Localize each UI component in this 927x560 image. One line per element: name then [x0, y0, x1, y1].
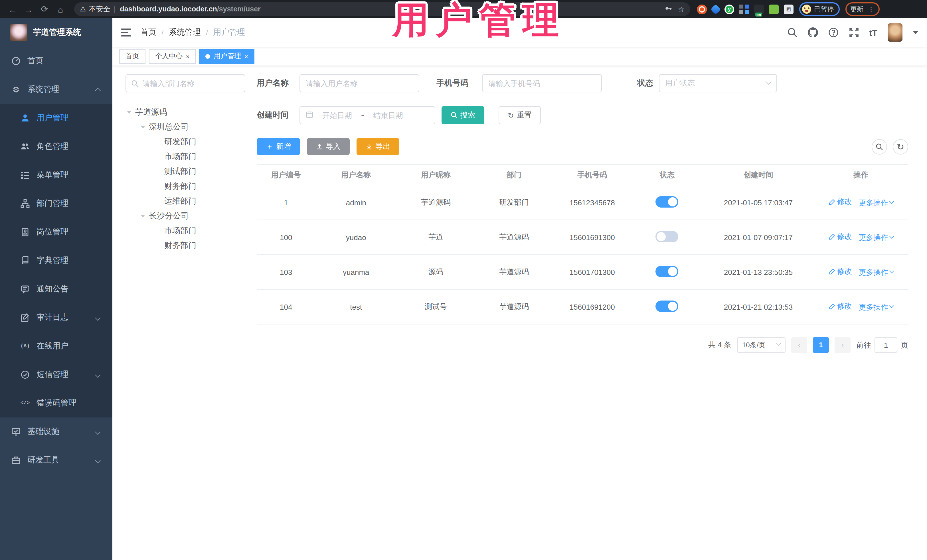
end-date-input[interactable]: [368, 111, 409, 120]
mobile-input[interactable]: [488, 79, 596, 88]
mobile-field[interactable]: [482, 74, 602, 93]
extension-grid-icon[interactable]: [739, 4, 749, 14]
sidebar-item-dev-tools[interactable]: 研发工具: [0, 446, 112, 475]
username-field[interactable]: [299, 74, 419, 93]
tree-node[interactable]: 运维部门: [126, 194, 251, 209]
puzzle-icon[interactable]: ◩: [784, 4, 793, 14]
status-toggle[interactable]: [656, 231, 679, 242]
sidebar-item-dept-mgmt[interactable]: 部门管理: [0, 189, 112, 218]
sidebar-item-error-code[interactable]: </> 错误码管理: [0, 389, 112, 417]
more-actions-link[interactable]: 更多操作: [859, 302, 894, 313]
dept-search-input[interactable]: [143, 79, 228, 88]
sidebar-item-dict-mgmt[interactable]: 字典管理: [0, 246, 112, 275]
search-icon[interactable]: [787, 27, 798, 38]
help-icon[interactable]: [828, 27, 839, 38]
update-button[interactable]: 更新 ⋮: [845, 2, 879, 16]
sidebar-item-post-mgmt[interactable]: 岗位管理: [0, 218, 112, 246]
back-arrow-icon[interactable]: ←: [6, 3, 19, 15]
close-icon[interactable]: ×: [186, 53, 190, 59]
tree-node[interactable]: 长沙分公司: [126, 209, 251, 223]
status-placeholder: 用户状态: [665, 78, 695, 88]
user-avatar[interactable]: [887, 23, 903, 42]
search-button[interactable]: 搜索: [442, 106, 484, 124]
date-range-picker[interactable]: -: [299, 106, 435, 124]
edit-link[interactable]: 修改: [828, 197, 852, 207]
export-button[interactable]: 导出: [357, 138, 399, 155]
close-icon[interactable]: ×: [245, 53, 248, 59]
edit-link[interactable]: 修改: [828, 232, 852, 242]
sidebar-item-menu-mgmt[interactable]: 菜单管理: [0, 161, 112, 189]
browser-profile-badge[interactable]: 已暂停: [799, 2, 839, 16]
edit-link[interactable]: 修改: [828, 266, 852, 276]
key-icon[interactable]: [665, 5, 672, 14]
edit-link[interactable]: 修改: [828, 301, 852, 311]
sidebar-logo[interactable]: 芋道管理系统: [0, 18, 112, 47]
sidebar-item-home[interactable]: 首页: [0, 47, 112, 75]
tree-node[interactable]: 测试部门: [126, 164, 251, 179]
tree-node[interactable]: 市场部门: [126, 149, 251, 164]
sidebar-item-audit-log[interactable]: 审计日志: [0, 304, 112, 332]
tree-node[interactable]: 芋道源码: [126, 105, 251, 120]
extension-green-y-icon[interactable]: y: [725, 4, 734, 14]
search-toggle-icon[interactable]: [872, 139, 887, 154]
import-button[interactable]: 导入: [307, 138, 350, 155]
start-date-input[interactable]: [317, 111, 358, 120]
sidebar-item-sms-mgmt[interactable]: 短信管理: [0, 360, 112, 389]
kebab-menu-icon[interactable]: ⋮: [868, 5, 874, 13]
tree-node[interactable]: 财务部门: [126, 238, 251, 253]
dept-tree: 芋道源码 深圳总公司 研发部门 市场部门 测试部门 财务部门 运维部门 长沙分公…: [126, 105, 251, 253]
sidebar-item-online-users[interactable]: (A) 在线用户: [0, 332, 112, 360]
next-page-button[interactable]: ›: [834, 337, 851, 353]
status-toggle[interactable]: [656, 196, 679, 207]
sidebar-item-label: 岗位管理: [36, 227, 68, 237]
tree-node[interactable]: 财务部门: [126, 179, 251, 194]
extension-green-key-icon[interactable]: [769, 4, 779, 14]
tab-profile[interactable]: 个人中心 ×: [149, 49, 196, 64]
tree-node[interactable]: 市场部门: [126, 223, 251, 238]
refresh-icon[interactable]: ↻: [893, 139, 908, 154]
sidebar-item-user-mgmt[interactable]: 用户管理: [0, 104, 112, 132]
prev-page-button[interactable]: ‹: [791, 337, 807, 353]
github-icon[interactable]: [808, 27, 818, 38]
more-actions-link[interactable]: 更多操作: [859, 198, 894, 208]
breadcrumb-system[interactable]: 系统管理: [169, 27, 201, 38]
tree-node[interactable]: 研发部门: [126, 135, 251, 149]
caret-icon[interactable]: [141, 215, 145, 217]
tree-node[interactable]: 深圳总公司: [126, 120, 251, 135]
forward-arrow-icon[interactable]: →: [22, 3, 35, 15]
goto-page-input[interactable]: [874, 337, 897, 353]
fullscreen-icon[interactable]: [849, 27, 859, 38]
sidebar-item-role-mgmt[interactable]: 角色管理: [0, 132, 112, 161]
caret-icon[interactable]: [141, 126, 145, 129]
dept-search-box[interactable]: [126, 74, 245, 93]
more-actions-link[interactable]: 更多操作: [859, 267, 894, 278]
more-actions-link[interactable]: 更多操作: [859, 233, 894, 243]
sidebar-item-notice[interactable]: 通知公告: [0, 275, 112, 304]
font-size-icon[interactable]: tT: [869, 28, 877, 37]
home-icon[interactable]: ⌂: [54, 3, 67, 15]
extension-ubuntu-icon[interactable]: [697, 4, 707, 14]
status-toggle[interactable]: [656, 266, 679, 277]
extension-gem-icon[interactable]: [711, 4, 721, 15]
address-bar[interactable]: ⚠ 不安全 dashboard.yudao.iocoder.cn/system/…: [74, 2, 690, 16]
username-input[interactable]: [306, 79, 413, 88]
breadcrumb-home[interactable]: 首页: [140, 27, 156, 38]
page-size-select[interactable]: 10条/页: [737, 337, 786, 353]
add-button[interactable]: ＋ 新增: [257, 138, 300, 155]
status-toggle[interactable]: [656, 300, 679, 312]
caret-icon[interactable]: [127, 111, 132, 114]
chevron-down-icon: [95, 457, 101, 463]
status-select[interactable]: 用户状态: [659, 74, 777, 93]
sidebar-collapse-icon[interactable]: [121, 29, 131, 36]
caret-down-icon[interactable]: [913, 31, 918, 34]
tab-home[interactable]: 首页: [119, 49, 146, 64]
sidebar-item-infrastructure[interactable]: 基础设施: [0, 417, 112, 446]
security-label[interactable]: 不安全: [89, 4, 110, 14]
tab-user-mgmt[interactable]: 用户管理 ×: [199, 49, 254, 64]
reset-button[interactable]: ↻ 重置: [498, 106, 541, 124]
reload-icon[interactable]: ⟳: [38, 3, 51, 15]
sidebar-item-system[interactable]: ⚙ 系统管理: [0, 75, 112, 104]
page-1-button[interactable]: 1: [813, 337, 829, 353]
extension-on-badge-icon[interactable]: [754, 4, 764, 14]
star-icon[interactable]: ☆: [678, 5, 685, 14]
